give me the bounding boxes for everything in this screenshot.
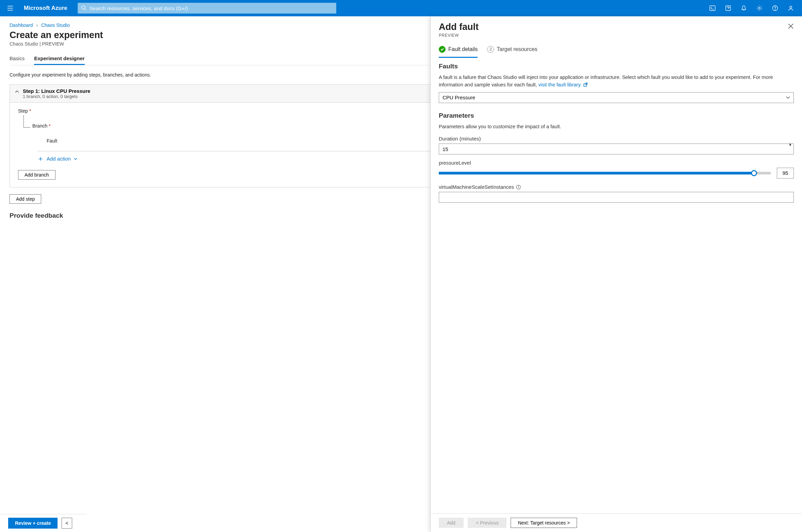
topbar: Microsoft Azure	[0, 0, 802, 16]
external-link-icon	[583, 82, 588, 87]
flyout-title: Add fault	[439, 22, 794, 32]
breadcrumb-chaos-studio[interactable]: Chaos Studio	[41, 22, 70, 28]
plus-icon: ＋	[37, 154, 44, 163]
cloud-shell-icon[interactable]	[705, 0, 720, 16]
add-branch-button[interactable]: Add branch	[18, 170, 55, 180]
faults-description: A fault is a failure that Chaos Studio w…	[439, 73, 794, 89]
hamburger-menu[interactable]	[3, 1, 17, 15]
check-icon	[439, 46, 446, 53]
wizard-tab-fault-details[interactable]: Fault details	[439, 46, 478, 58]
notifications-icon[interactable]	[736, 0, 752, 16]
tab-basics[interactable]: Basics	[10, 53, 25, 65]
topbar-icons	[705, 0, 799, 16]
svg-point-9	[759, 7, 760, 9]
flyout-sub: PREVIEW	[439, 33, 794, 38]
search-input[interactable]	[78, 3, 336, 14]
svg-point-3	[82, 6, 85, 9]
svg-point-19	[518, 186, 518, 186]
duration-input[interactable]: ▲ ▼	[439, 144, 794, 154]
svg-rect-5	[710, 6, 715, 11]
global-search[interactable]	[78, 3, 336, 14]
svg-point-12	[790, 6, 792, 8]
step-sub: 1 branch, 0 action, 0 targets	[23, 94, 90, 99]
vmss-input[interactable]	[439, 192, 794, 203]
pressure-label: pressureLevel	[439, 160, 794, 166]
slider-thumb[interactable]	[751, 170, 757, 176]
parameters-description: Parameters allow you to customize the im…	[439, 123, 794, 130]
search-icon	[81, 5, 86, 11]
slider-track	[439, 172, 771, 174]
svg-point-11	[775, 10, 775, 10]
feedback-icon[interactable]	[783, 0, 799, 16]
fault-select[interactable]	[439, 92, 794, 103]
wizard-tabs: Fault details 2 Target resources	[431, 41, 802, 58]
help-icon[interactable]	[767, 0, 783, 16]
svg-rect-7	[726, 6, 731, 11]
tree-branch-label: Branch*	[32, 123, 51, 129]
add-fault-flyout: Add fault PREVIEW Fault details 2 Target…	[430, 16, 802, 226]
close-icon[interactable]	[788, 23, 794, 29]
brand-label[interactable]: Microsoft Azure	[24, 5, 67, 12]
tree-step-label: Step*	[18, 108, 31, 114]
tree-fault-label: Fault	[47, 138, 57, 144]
directory-filter-icon[interactable]	[720, 0, 736, 16]
faults-heading: Faults	[439, 63, 794, 70]
breadcrumb-dashboard[interactable]: Dashboard	[10, 22, 33, 28]
slider-fill	[439, 172, 754, 174]
svg-line-16	[585, 83, 587, 85]
tab-experiment-designer[interactable]: Experiment designer	[34, 53, 84, 65]
step-title: Step 1: Linux CPU Pressure	[23, 88, 90, 94]
parameters-heading: Parameters	[439, 112, 794, 119]
add-step-button[interactable]: Add step	[10, 194, 41, 204]
duration-value[interactable]	[439, 144, 794, 154]
info-icon[interactable]	[516, 185, 521, 189]
chevron-up-icon[interactable]	[15, 89, 19, 94]
pressure-slider[interactable]	[439, 169, 771, 177]
chevron-right-icon: ›	[36, 22, 38, 28]
wizard-tab-target-resources[interactable]: 2 Target resources	[487, 46, 537, 58]
step-2-badge: 2	[487, 46, 494, 53]
fault-select-value[interactable]	[439, 92, 794, 103]
duration-label: Duration (minutes)	[439, 136, 794, 142]
svg-line-4	[85, 9, 86, 10]
settings-icon[interactable]	[752, 0, 767, 16]
pressure-value[interactable]: 95	[777, 168, 794, 179]
vmss-label: virtualMachineScaleSetInstances	[439, 184, 794, 190]
fault-library-link[interactable]: visit the fault library.	[539, 82, 582, 87]
